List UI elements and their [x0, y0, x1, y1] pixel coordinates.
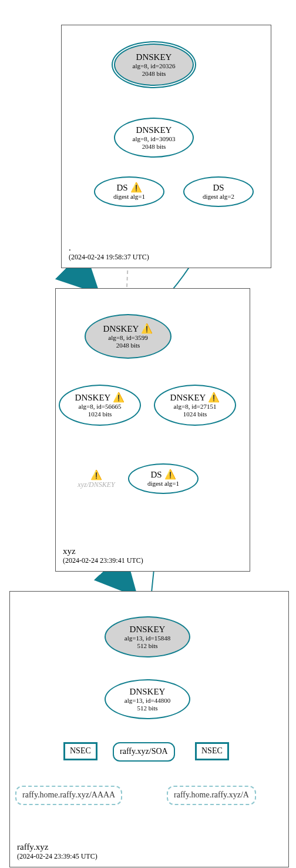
node-xyz-ksk-line2: 2048 bits — [116, 342, 140, 349]
node-rr-aaaa: raffy.home.raffy.xyz/AAAA — [15, 786, 122, 805]
node-xyz-zsk2-line2: 1024 bits — [183, 410, 207, 418]
node-root-ds2-line1: digest alg=2 — [203, 193, 234, 201]
node-xyz-ds-titlewrap: DS ⚠️ — [150, 469, 176, 480]
warning-icon: ⚠️ — [164, 470, 176, 479]
node-xyz-zsk2: DNSKEY ⚠️ alg=8, id=27151 1024 bits — [154, 385, 236, 426]
node-rr-aaaa-title: raffy.home.raffy.xyz/AAAA — [22, 790, 115, 800]
node-nsec-2: NSEC — [195, 742, 229, 760]
node-root-zsk-title: DNSKEY — [136, 125, 172, 135]
node-xyz-ksk-line1: alg=8, id=3599 — [108, 334, 147, 342]
node-root-ksk-line2: 2048 bits — [142, 70, 166, 78]
node-root-ds2-title: DS — [213, 182, 224, 193]
node-raffy-zsk-title: DNSKEY — [130, 686, 166, 697]
zone-xyz-timestamp: (2024-02-24 23:39:41 UTC) — [63, 556, 143, 565]
dnssec-chain-diagram: . (2024-02-24 19:58:37 UTC) DNSKEY alg=8… — [0, 0, 296, 868]
edge-root-to-xyz-zone — [78, 268, 94, 288]
node-nsec-1-title: NSEC — [70, 746, 91, 756]
node-root-ds1-titlewrap: DS ⚠️ — [116, 182, 142, 193]
zone-xyz-name: xyz — [63, 546, 143, 556]
node-root-ds2: DS digest alg=2 — [183, 176, 254, 207]
node-xyz-zsk2-title: DNSKEY — [170, 392, 206, 403]
warning-icon: ⚠️ — [141, 324, 153, 333]
node-rr-a-title: raffy.home.raffy.xyz/A — [174, 790, 249, 800]
node-xyz-zsk1: DNSKEY ⚠️ alg=8, id=56665 1024 bits — [59, 385, 141, 426]
node-nsec-1: NSEC — [63, 742, 97, 760]
warning-icon: ⚠️ — [113, 393, 125, 402]
node-raffy-ksk-line2: 512 bits — [137, 642, 157, 650]
node-xyz-ds-line1: digest alg=1 — [147, 480, 179, 488]
warning-icon: ⚠️ — [90, 470, 102, 480]
node-rr-a: raffy.home.raffy.xyz/A — [167, 786, 256, 805]
node-xyz-zsk1-line2: 1024 bits — [88, 410, 112, 418]
node-soa: raffy.xyz/SOA — [113, 742, 175, 762]
node-root-zsk-line2: 2048 bits — [142, 143, 166, 151]
node-nsec-2-title: NSEC — [201, 746, 223, 756]
node-xyz-ksk: DNSKEY ⚠️ alg=8, id=3599 2048 bits — [85, 314, 171, 359]
node-xyz-ds: DS ⚠️ digest alg=1 — [128, 463, 199, 494]
zone-xyz-label: xyz (2024-02-24 23:39:41 UTC) — [63, 546, 143, 565]
warning-icon: ⚠️ — [130, 183, 142, 192]
node-root-zsk-line1: alg=8, id=30903 — [133, 135, 176, 143]
edge-xyz-to-raffy-zone — [117, 570, 132, 591]
zone-raffy-name: raffy.xyz — [17, 842, 97, 852]
node-raffy-zsk: DNSKEY alg=13, id=44800 512 bits — [105, 679, 190, 719]
node-raffy-ksk-title: DNSKEY — [130, 624, 166, 635]
node-xyz-ds-title: DS — [150, 469, 162, 480]
node-raffy-zsk-line2: 512 bits — [137, 705, 157, 712]
node-raffy-ksk: DNSKEY alg=13, id=15848 512 bits — [105, 616, 190, 657]
node-root-zsk: DNSKEY alg=8, id=30903 2048 bits — [114, 118, 194, 158]
warning-icon: ⚠️ — [208, 393, 220, 402]
node-xyz-ksk-title: DNSKEY — [103, 323, 139, 334]
node-root-ds1: DS ⚠️ digest alg=1 — [94, 176, 164, 207]
floating-warning-xyz-dnskey: ⚠️ xyz/DNSKEY — [68, 470, 125, 489]
node-xyz-zsk1-line1: alg=8, id=56665 — [79, 403, 122, 410]
node-xyz-zsk2-titlewrap: DNSKEY ⚠️ — [170, 392, 220, 403]
zone-root-timestamp: (2024-02-24 19:58:37 UTC) — [69, 253, 149, 262]
node-root-ds1-title: DS — [116, 182, 127, 193]
node-root-ksk: DNSKEY alg=8, id=20326 2048 bits — [114, 44, 194, 86]
zone-root-label: . (2024-02-24 19:58:37 UTC) — [69, 243, 149, 262]
zone-raffy-label: raffy.xyz (2024-02-24 23:39:45 UTC) — [17, 842, 97, 861]
node-raffy-zsk-line1: alg=13, id=44800 — [125, 697, 170, 705]
node-raffy-ksk-line1: alg=13, id=15848 — [125, 635, 170, 642]
node-root-ds1-line1: digest alg=1 — [113, 193, 145, 201]
node-xyz-zsk1-title: DNSKEY — [75, 392, 111, 403]
node-xyz-ksk-titlewrap: DNSKEY ⚠️ — [103, 323, 153, 334]
floating-warning-label: xyz/DNSKEY — [68, 480, 125, 489]
node-soa-title: raffy.xyz/SOA — [120, 747, 168, 757]
node-xyz-zsk1-titlewrap: DNSKEY ⚠️ — [75, 392, 125, 403]
zone-raffy-timestamp: (2024-02-24 23:39:45 UTC) — [17, 852, 97, 861]
zone-root-name: . — [69, 243, 149, 253]
node-xyz-zsk2-line1: alg=8, id=27151 — [174, 403, 217, 410]
node-root-ksk-title: DNSKEY — [136, 52, 172, 62]
node-root-ksk-line1: alg=8, id=20326 — [133, 62, 176, 70]
